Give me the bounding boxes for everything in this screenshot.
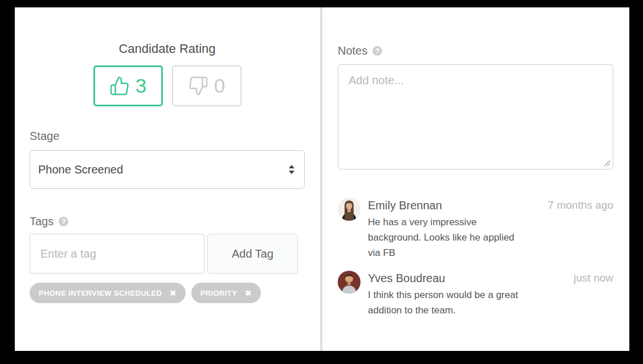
tag-entry-row: Add Tag	[30, 234, 298, 274]
stage-label: Stage	[30, 130, 305, 143]
notes-label: Notes ?	[338, 44, 613, 57]
notes-help-icon[interactable]: ?	[372, 46, 382, 56]
rating-buttons: 3 0	[30, 65, 305, 106]
tag-pills: PHONE INTERVIEW SCHEDULED ✖ PRIORITY ✖	[30, 283, 305, 303]
notes-list: Emily Brennan 7 months ago He has a very…	[338, 198, 613, 318]
thumbs-down-count: 0	[214, 75, 225, 97]
thumbs-up-icon	[109, 76, 130, 96]
avatar-yves-boudreau	[338, 271, 361, 293]
note-item: Emily Brennan 7 months ago He has a very…	[338, 198, 613, 260]
note-author: Emily Brennan	[368, 198, 442, 213]
note-textarea[interactable]	[338, 64, 613, 169]
thumbs-up-button[interactable]: 3	[93, 65, 163, 106]
stage-select[interactable]: Phone Screened	[30, 150, 305, 189]
note-author: Yves Boudreau	[368, 271, 445, 286]
tag-pill: PHONE INTERVIEW SCHEDULED ✖	[30, 283, 186, 303]
add-tag-button[interactable]: Add Tag	[207, 234, 298, 274]
tags-label: Tags ?	[30, 215, 305, 228]
tag-input[interactable]	[30, 234, 204, 274]
avatar	[338, 271, 361, 293]
candidate-detail-window: Candidate Rating 3 0 Stage Phone Screene…	[15, 7, 629, 351]
avatar-emily-brennan	[338, 198, 361, 221]
notes-panel: Notes ?	[322, 7, 629, 351]
stage-selected-value: Phone Screened	[38, 163, 123, 176]
tag-pill-label: PHONE INTERVIEW SCHEDULED	[39, 289, 162, 297]
remove-tag-icon[interactable]: ✖	[245, 289, 251, 297]
note-textarea-wrap	[338, 64, 613, 169]
thumbs-down-button[interactable]: 0	[172, 65, 241, 106]
tag-pill: PRIORITY ✖	[191, 283, 261, 303]
candidate-rating-panel: Candidate Rating 3 0 Stage Phone Screene…	[15, 7, 320, 351]
note-text: I think this person would be a great add…	[368, 287, 527, 318]
note-timestamp: 7 months ago	[548, 198, 613, 213]
note-item: Yves Boudreau just now I think this pers…	[338, 271, 613, 318]
note-timestamp: just now	[574, 271, 613, 286]
select-spinner-icon	[289, 165, 294, 174]
tags-help-icon[interactable]: ?	[59, 217, 68, 226]
tag-pill-label: PRIORITY	[200, 289, 237, 297]
remove-tag-icon[interactable]: ✖	[170, 289, 176, 297]
note-text: He has a very impressive background. Loo…	[368, 214, 527, 260]
thumbs-down-icon	[188, 76, 208, 96]
avatar	[338, 198, 361, 221]
thumbs-up-count: 3	[136, 75, 146, 97]
candidate-rating-title: Candidate Rating	[30, 42, 305, 56]
